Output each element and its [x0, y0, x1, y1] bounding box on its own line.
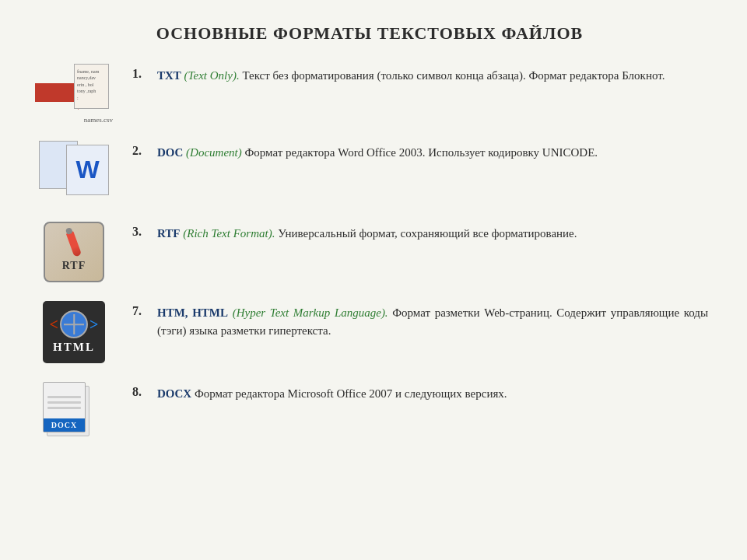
txt-icon: fname, nam nancy,dav erin , bol tony ,ra…: [35, 64, 113, 122]
item-1-text: 1. TXT (Text Only). Текст без форматиров…: [132, 64, 708, 85]
format-full-doc: (Document): [186, 146, 242, 159]
doc-main-page: W: [66, 145, 109, 195]
item-7-text: 7. HTM, HTML (Hyper Text Markup Language…: [132, 301, 708, 339]
doc-line: [47, 396, 81, 398]
format-full-txt: (Text Only).: [184, 69, 240, 82]
docx-front-page: DOCX: [43, 382, 86, 432]
item-content-7: HTM, HTML (Hyper Text Markup Language). …: [157, 304, 708, 339]
description-doc: Формат редактора Word Office 2003. Испол…: [244, 146, 598, 159]
item-content-8: DOCX Формат редактора Microsoft Office 2…: [157, 385, 507, 403]
txt-document: fname, nam nancy,dav erin , bol tony ,ra…: [74, 64, 109, 109]
item-number-8: 8.: [132, 385, 154, 399]
docx-icon-area: DOCX: [31, 382, 117, 444]
item-3-text: 3. RTF (Rich Text Format). Универсальный…: [132, 222, 708, 243]
globe-icon: [60, 310, 88, 338]
item-number-1: 1.: [132, 67, 154, 81]
item-content-2: DOC (Document) Формат редактора Word Off…: [157, 144, 598, 162]
format-name-txt: TXT: [157, 69, 181, 82]
html-icon-area: < > HTML: [31, 301, 117, 363]
rtf-icon-area: RTF: [31, 222, 117, 282]
rtf-icon: RTF: [44, 222, 104, 282]
format-name-doc: DOC: [157, 146, 183, 159]
item-number-3: 3.: [132, 225, 154, 239]
formats-list: fname, nam nancy,dav erin , bol tony ,ra…: [31, 59, 708, 449]
format-full-html: (Hyper Text Markup Language).: [233, 306, 388, 319]
description-txt: Текст без форматирования (только символ …: [242, 69, 665, 82]
arrow-body: [35, 83, 78, 102]
csv-filename-label: names.csv: [84, 116, 113, 124]
doc-icon-area: W: [31, 141, 117, 203]
format-full-rtf: (Rich Text Format).: [183, 227, 275, 240]
rtf-label-text: RTF: [62, 260, 86, 272]
chevron-right-icon: >: [89, 316, 98, 334]
format-name-html: HTM, HTML: [157, 306, 228, 319]
doc-line: [47, 407, 81, 409]
docx-icon: DOCX: [43, 382, 105, 444]
item-8-text: 8. DOCX Формат редактора Microsoft Offic…: [132, 382, 708, 403]
html-globe-area: < >: [50, 310, 99, 338]
item-number-7: 7.: [132, 304, 154, 318]
docx-label-text: DOCX: [44, 418, 85, 432]
txt-icon-area: fname, nam nancy,dav erin , bol tony ,ra…: [31, 64, 117, 122]
html-label-text: HTML: [53, 341, 95, 354]
item-2-text: 2. DOC (Document) Формат редактора Word …: [132, 141, 708, 162]
item-content-3: RTF (Rich Text Format). Универсальный фо…: [157, 225, 577, 243]
list-item: fname, nam nancy,dav erin , bol tony ,ra…: [31, 59, 708, 127]
doc-line: [47, 401, 81, 404]
html-icon: < > HTML: [43, 301, 105, 363]
item-content-1: TXT (Text Only). Текст без форматировани…: [157, 67, 665, 85]
main-container: ОСНОВНЫЕ ФОРМАТЫ ТЕКСТОВЫХ ФАЙЛОВ fname,…: [0, 0, 747, 560]
page-title: ОСНОВНЫЕ ФОРМАТЫ ТЕКСТОВЫХ ФАЙЛОВ: [31, 23, 708, 44]
format-name-docx: DOCX: [157, 387, 191, 400]
chevron-left-icon: <: [50, 316, 58, 334]
list-item: < > HTML 7. HTM, HTML (Hyper Text Markup…: [31, 296, 708, 368]
description-docx: Формат редактора Microsoft Office 2007 и…: [195, 387, 507, 400]
description-rtf: Универсальный формат, сохраняющий все фо…: [278, 227, 577, 240]
doc-icon: W: [39, 141, 109, 203]
format-name-rtf: RTF: [157, 227, 180, 240]
item-number-2: 2.: [132, 144, 154, 158]
word-w-letter: W: [75, 156, 99, 184]
list-item: DOCX 8. DOCX Формат редактора Microsoft …: [31, 377, 708, 449]
list-item: W 2. DOC (Document) Формат редактора Wor…: [31, 136, 708, 208]
list-item: RTF 3. RTF (Rich Text Format). Универсал…: [31, 217, 708, 287]
rtf-pen: [66, 231, 82, 257]
